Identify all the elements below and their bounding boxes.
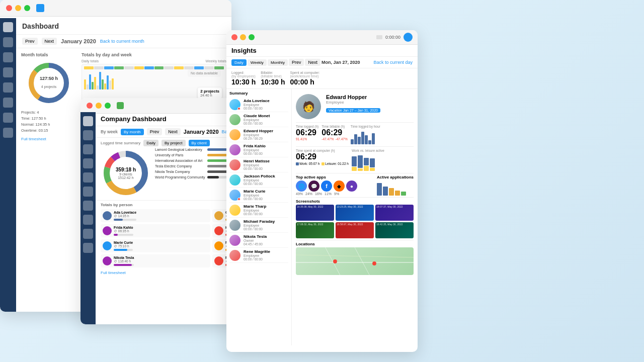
win3-back-link[interactable]: Back to current day bbox=[373, 60, 413, 65]
donut-chart: 127:50 h 4 projects bbox=[26, 60, 71, 106]
map-view bbox=[296, 247, 414, 275]
win2-sidebar-6[interactable] bbox=[83, 187, 93, 197]
screenshot-1[interactable]: 13:23:25, May 30, 2022 bbox=[336, 205, 374, 221]
win3-titlebar: 0:00:00 bbox=[226, 30, 418, 45]
win1-title: Dashboard bbox=[22, 22, 225, 30]
win3-date: Mon, Jan 27, 2020 bbox=[321, 60, 360, 65]
win2-sidebar bbox=[80, 112, 96, 324]
tab-daily[interactable]: Daily bbox=[231, 59, 247, 66]
henri-avatar bbox=[214, 226, 223, 235]
by-client-tab[interactable]: By client bbox=[189, 140, 210, 146]
maximize-button[interactable] bbox=[24, 5, 30, 11]
win1-titlebar bbox=[0, 0, 231, 17]
win2-minimize[interactable] bbox=[96, 103, 102, 109]
prev-button[interactable]: Prev bbox=[22, 38, 38, 45]
screenshot-5[interactable]: 16:42:35, May 30, 2022 bbox=[375, 222, 414, 238]
weekly-label: Weekly totals bbox=[206, 59, 227, 63]
stats-row: Logged: (by employees) 10:30 h Billable:… bbox=[226, 68, 418, 89]
marie-t-emp-avatar bbox=[229, 205, 240, 216]
emp-henri: Henri Matisse Employee 00:00 / 00:00 bbox=[229, 157, 288, 172]
tab-monthly[interactable]: Monthly bbox=[268, 59, 288, 66]
win2-maximize[interactable] bbox=[105, 103, 111, 109]
win2-prev-btn[interactable]: Prev bbox=[147, 128, 163, 135]
win3-minimize[interactable] bbox=[240, 34, 246, 40]
profile-avatar: 🧑 bbox=[296, 94, 321, 119]
win2-sidebar-3[interactable] bbox=[83, 144, 93, 154]
sidebar-icon-5[interactable] bbox=[3, 82, 13, 93]
employees-list: Summary Ada Lovelace Employee 00:00 / 00… bbox=[226, 89, 292, 345]
win3-next[interactable]: Next bbox=[305, 59, 320, 66]
sidebar-icon-6[interactable] bbox=[3, 98, 13, 108]
timer-icon bbox=[376, 35, 382, 39]
win3-maximize[interactable] bbox=[249, 34, 255, 40]
screenshot-4[interactable]: 16:58:97, May 30, 2022 bbox=[336, 222, 374, 238]
close-button[interactable] bbox=[6, 5, 12, 11]
nikola-emp-avatar bbox=[229, 235, 240, 246]
win1-sidebar bbox=[0, 18, 16, 312]
sidebar-icon-1[interactable] bbox=[3, 22, 13, 32]
jackson-emp-avatar bbox=[229, 174, 240, 186]
win2-sidebar-8[interactable] bbox=[83, 215, 93, 225]
by-month-btn[interactable]: By month bbox=[121, 129, 144, 135]
win2-sidebar-7[interactable] bbox=[83, 201, 93, 211]
svg-line-12 bbox=[355, 247, 369, 275]
tab-weekly[interactable]: Weekly bbox=[248, 59, 267, 66]
emp-ada: Ada Lovelace Employee 00:00 / 00:00 bbox=[229, 97, 288, 112]
sidebar-icon-7[interactable] bbox=[3, 113, 13, 123]
win2-sidebar-9[interactable] bbox=[83, 229, 93, 239]
win2-sidebar-1[interactable] bbox=[83, 116, 93, 126]
win1-nav: Prev Next January 2020 Back to current m… bbox=[16, 35, 231, 48]
app4-icon: ◆ bbox=[334, 180, 345, 192]
full-timesheet-link[interactable]: Full timesheet bbox=[21, 137, 76, 141]
sidebar-icon-3[interactable] bbox=[3, 52, 13, 62]
win2-sidebar-10[interactable] bbox=[83, 243, 93, 253]
profile-role: Employee bbox=[326, 100, 380, 105]
win2-sidebar-4[interactable] bbox=[83, 158, 93, 168]
next-button[interactable]: Next bbox=[42, 38, 57, 45]
emp-claude: Claude Monet Employee 00:00 / 00:00 bbox=[229, 112, 288, 127]
stat-normal: Normal: 124:35 h bbox=[21, 122, 76, 128]
daily-label: Daily totals bbox=[82, 59, 99, 63]
win2-next-btn[interactable]: Next bbox=[165, 128, 181, 135]
win2-sidebar-2[interactable] bbox=[83, 130, 93, 140]
total-hours: 359:18 h bbox=[116, 167, 136, 172]
app-icon bbox=[36, 4, 44, 12]
win2-close[interactable] bbox=[87, 103, 93, 109]
donut-center: 127:50 h 4 projects bbox=[40, 76, 58, 90]
frida-emp-avatar bbox=[229, 144, 240, 155]
total-logged: 1512:42 h bbox=[116, 176, 136, 179]
win3-close[interactable] bbox=[231, 34, 237, 40]
donut-projects: 4 projects bbox=[41, 85, 56, 88]
insights-title: Insights bbox=[231, 47, 413, 54]
sidebar-icon-8[interactable] bbox=[3, 128, 13, 138]
computer-stat: Spent at computer: (work/leisure time) 0… bbox=[290, 71, 320, 86]
sidebar-icon-4[interactable] bbox=[3, 67, 13, 77]
by-project-tab[interactable]: By project bbox=[162, 140, 186, 146]
sidebar-icon-2[interactable] bbox=[3, 37, 13, 47]
emp-edward: Edward Hopper Employee 06:29 / 06:29 bbox=[229, 127, 288, 142]
back-link[interactable]: Back to current month bbox=[100, 39, 144, 44]
stat-overtime: Overtime: 03:15 bbox=[21, 128, 76, 134]
slack-icon: 💬 bbox=[308, 180, 319, 192]
month-label: January 2020 bbox=[61, 38, 96, 44]
nikola-avatar bbox=[103, 256, 112, 265]
emp-marie-t: Marie Tharp Employee 00:00 / 00:00 bbox=[229, 203, 288, 218]
minimize-button[interactable] bbox=[15, 5, 21, 11]
marie-t-avatar bbox=[214, 241, 223, 250]
daily-tab[interactable]: Daily bbox=[143, 140, 158, 146]
emp-jackson: Jackson Pollock Employee 00:00 / 00:00 bbox=[229, 172, 288, 188]
profile-card: 🧑 Edward Hopper Employee Vacation Jan 27… bbox=[296, 91, 414, 123]
claude-emp-avatar bbox=[229, 114, 240, 125]
person-marie: Marie Curie ⏱ 75:10 h bbox=[101, 239, 210, 252]
screenshot-3[interactable]: 17:08:32, May 30, 2022 bbox=[296, 222, 334, 238]
person-nikola: Nikola Tesla ⏱ 116:40 h bbox=[101, 254, 210, 267]
win2-sidebar-5[interactable] bbox=[83, 172, 93, 183]
edward-emp-avatar bbox=[229, 129, 240, 140]
win3-prev[interactable]: Prev bbox=[289, 59, 304, 66]
win2-app-icon bbox=[117, 102, 124, 109]
henri-emp-avatar bbox=[229, 159, 240, 170]
screenshot-2[interactable]: 18:07:37, May 30, 2022 bbox=[375, 205, 414, 221]
ada-emp-avatar bbox=[229, 99, 240, 110]
screenshot-0[interactable]: 16:35:38, May 30, 2022 bbox=[296, 205, 334, 221]
weekly-hours: 24:40 h bbox=[200, 94, 219, 97]
